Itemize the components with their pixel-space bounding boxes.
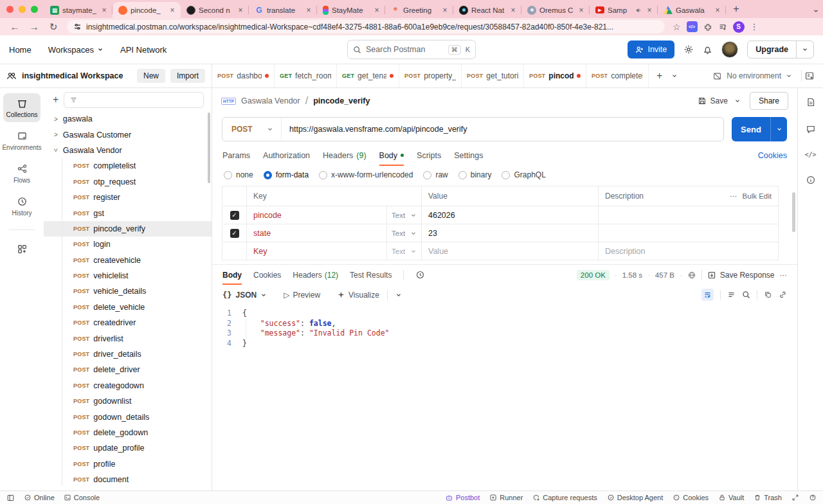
tree-request[interactable]: POSTgodown_details	[44, 409, 212, 424]
reload-icon[interactable]: ↻	[45, 21, 62, 33]
response-tab-test-results[interactable]: Test Results	[350, 265, 392, 285]
send-button[interactable]: Send	[732, 117, 787, 141]
code-snippet-icon[interactable]: </>	[804, 151, 816, 158]
format-lines-icon[interactable]	[727, 291, 736, 299]
tab-close-icon[interactable]: ×	[304, 6, 313, 15]
tab-headers[interactable]: Headers(9)	[323, 145, 366, 166]
tree-request[interactable]: POSTdocument	[44, 472, 212, 487]
browser-tab[interactable]: React Nat×	[453, 2, 521, 18]
account-avatar[interactable]	[721, 41, 738, 58]
request-tab[interactable]: POSTget_tutorial	[462, 64, 524, 87]
new-tab-button[interactable]: +	[728, 1, 744, 17]
browser-tab[interactable]: Oremus C×	[521, 2, 590, 18]
statusbar-trash[interactable]: Trash	[754, 494, 782, 501]
browser-profile-avatar[interactable]: S	[733, 21, 745, 33]
browser-tab[interactable]: *Greeting×	[385, 2, 453, 18]
request-tab[interactable]: POSTpincode_ve	[524, 64, 586, 87]
site-settings-icon[interactable]	[73, 22, 82, 31]
back-icon[interactable]: ←	[6, 21, 23, 32]
tree-request[interactable]: POSTdelete_godown	[44, 425, 212, 440]
statusbar-capture-requests[interactable]: Capture requests	[532, 494, 597, 501]
sidebar-item-environments[interactable]: Environments	[3, 126, 41, 155]
main-scrollbar[interactable]	[792, 192, 795, 232]
copy-icon[interactable]	[764, 291, 772, 299]
tab-close-icon[interactable]: ×	[168, 6, 177, 15]
add-request-tab-icon[interactable]: +	[656, 70, 662, 82]
browser-menu-icon[interactable]: ⋮	[750, 22, 759, 32]
tree-request[interactable]: POSTregister	[44, 190, 212, 205]
add-collection-icon[interactable]: +	[53, 94, 59, 105]
preview-button[interactable]: ▷Preview	[284, 291, 320, 300]
network-globe-icon[interactable]	[687, 271, 696, 280]
request-tab[interactable]: GETget_tenant	[337, 64, 399, 87]
tree-request[interactable]: POSTotp_request	[44, 174, 212, 190]
tab-close-icon[interactable]: ×	[509, 6, 518, 15]
invite-button[interactable]: Invite	[628, 40, 674, 59]
environment-quick-look-icon[interactable]	[804, 71, 823, 81]
forward-icon[interactable]: →	[26, 21, 42, 32]
tab-options-chevron-icon[interactable]	[671, 73, 678, 79]
browser-tab[interactable]: ▦staymate_×	[44, 2, 113, 18]
tree-request[interactable]: POSTdriverlist	[44, 330, 212, 346]
sidebar-toggle-icon[interactable]	[6, 494, 15, 502]
browser-tab[interactable]: Gaswala×	[658, 2, 726, 18]
breadcrumb-folder[interactable]: Gaswala Vendor	[241, 96, 300, 105]
tree-folder[interactable]: >Gaswala Customer	[44, 127, 212, 142]
tree-request[interactable]: POSTcompletelist	[44, 158, 212, 174]
save-response-button[interactable]: Save Response	[707, 271, 775, 280]
body-mode-raw[interactable]: raw	[423, 170, 448, 179]
tab-close-icon[interactable]: ×	[236, 6, 245, 15]
nav-api-network[interactable]: API Network	[120, 45, 167, 55]
info-icon[interactable]	[806, 175, 816, 185]
tree-request[interactable]: POSTpincode_verify	[44, 221, 212, 237]
description-cell-placeholder[interactable]: Description	[599, 242, 778, 260]
tab-close-icon[interactable]: ×	[577, 6, 586, 15]
bulk-edit-button[interactable]: ⋯Bulk Edit	[730, 192, 772, 201]
tab-close-icon[interactable]: ×	[713, 6, 722, 15]
wrap-text-icon[interactable]	[701, 289, 714, 301]
tree-request[interactable]: POSTvehicle_details	[44, 284, 212, 299]
key-cell[interactable]: state	[247, 224, 387, 242]
tree-request[interactable]: POSTcreatedriver	[44, 315, 212, 330]
tree-request[interactable]: POSTvehiclelist	[44, 268, 212, 284]
browser-tab[interactable]: Second n×	[181, 2, 249, 18]
workspace-name[interactable]: insightmedical Workspace	[22, 71, 132, 80]
console-button[interactable]: Console	[64, 494, 100, 501]
tab-scripts[interactable]: Scripts	[417, 145, 441, 166]
browser-tab[interactable]: pincode_×	[113, 2, 181, 18]
body-mode-form-data[interactable]: form-data	[264, 170, 309, 179]
browser-tab[interactable]: StayMate×	[317, 2, 385, 18]
expand-windows-icon[interactable]	[791, 494, 799, 501]
save-button[interactable]: Save	[698, 96, 728, 105]
import-button[interactable]: Import	[170, 69, 205, 83]
documentation-icon[interactable]	[806, 97, 816, 107]
visualize-button[interactable]: Visualize	[337, 291, 379, 300]
request-tab[interactable]: POSTdashboar	[212, 64, 275, 87]
tab-close-icon[interactable]: ×	[372, 6, 381, 15]
address-bar[interactable]: insightmedical.postman.co/workspace/insi…	[67, 20, 665, 33]
key-cell-placeholder[interactable]: Key	[247, 242, 387, 260]
type-select[interactable]: Text	[387, 224, 422, 242]
nav-workspaces[interactable]: Workspaces	[48, 45, 104, 55]
configure-blocks-icon[interactable]	[3, 239, 41, 258]
request-tab[interactable]: GETfetch_room	[275, 64, 337, 87]
window-close-button[interactable]	[6, 6, 14, 13]
help-icon[interactable]	[809, 494, 817, 501]
tab-close-icon[interactable]: ×	[645, 6, 654, 15]
body-mode-graphql[interactable]: GraphQL	[502, 170, 545, 179]
window-zoom-button[interactable]	[31, 6, 38, 13]
tab-search-chevron-icon[interactable]	[813, 8, 819, 14]
breadcrumb-request-name[interactable]: pincode_verify	[313, 96, 370, 105]
send-options-chevron-icon[interactable]	[770, 117, 787, 141]
visualize-chevron-icon[interactable]	[395, 292, 402, 298]
description-cell[interactable]	[599, 206, 778, 224]
response-tab-headers[interactable]: Headers(12)	[293, 265, 338, 285]
cookies-link[interactable]: Cookies	[758, 151, 787, 160]
tab-audio-speaker-icon[interactable]	[635, 7, 642, 14]
tab-close-icon[interactable]: ×	[100, 6, 109, 15]
statusbar-cookies[interactable]: Cookies	[673, 494, 709, 501]
puzzle-extensions-icon[interactable]	[703, 22, 712, 32]
response-tab-body[interactable]: Body	[222, 265, 242, 285]
environment-selector[interactable]: No environment	[712, 71, 799, 81]
response-format-select[interactable]: {}JSON	[222, 291, 267, 300]
